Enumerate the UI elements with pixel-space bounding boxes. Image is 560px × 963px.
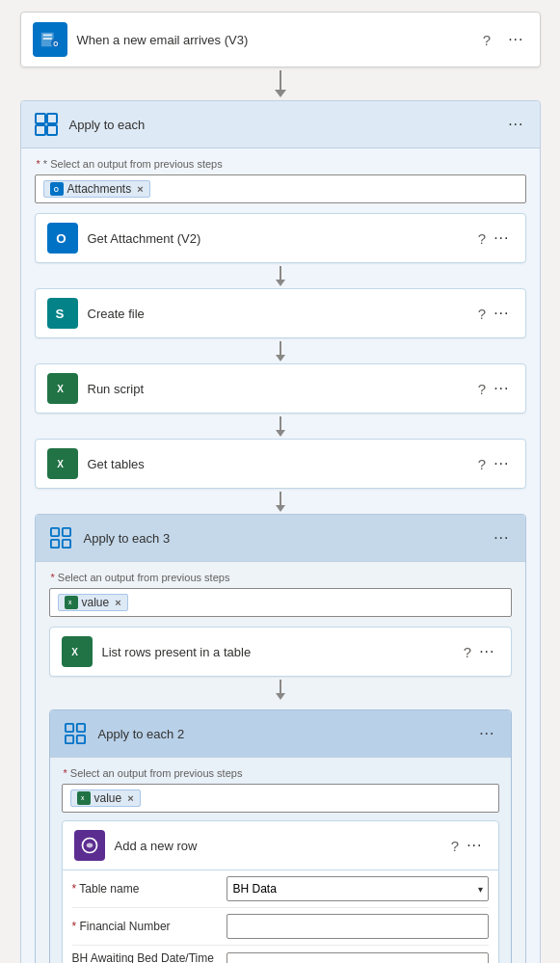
mini-arrow-2 — [35, 338, 526, 363]
awaiting-bed-input[interactable] — [227, 952, 489, 963]
outlook-svg: O — [40, 29, 61, 50]
list-rows-help[interactable]: ? — [460, 642, 475, 662]
scope-1-title: Apply to each — [69, 118, 505, 132]
scope-1-chip: O Attachments × — [43, 180, 150, 198]
scope-2-chip-input[interactable]: X value × — [62, 784, 499, 813]
table-name-select-wrap[interactable]: BH Data ▾ — [227, 876, 489, 901]
trigger-icon: O — [33, 22, 67, 57]
get-tables-more[interactable]: ··· — [490, 453, 513, 474]
scope-3-more-button[interactable]: ··· — [490, 527, 513, 548]
scope-1-steps: O Get Attachment (V2) ? ··· S — [35, 213, 526, 963]
svg-rect-2 — [42, 38, 51, 40]
scope-2-select-label: * Select an output from previous steps — [62, 767, 499, 779]
scope-1-chip-close[interactable]: × — [137, 183, 143, 195]
svg-rect-25 — [76, 724, 84, 732]
svg-rect-17 — [62, 528, 69, 536]
flow-container: O When a new email arrives (V3) ? ··· Ap… — [0, 0, 560, 963]
svg-text:X: X — [57, 384, 64, 394]
list-rows-icon: X — [62, 636, 93, 667]
scope-2-header: Apply to each 2 ··· — [50, 710, 511, 758]
trigger-help-button[interactable]: ? — [479, 30, 494, 50]
scope-2-chip-label: value — [94, 791, 122, 805]
create-file-card: S Create file ? ··· — [35, 288, 526, 338]
mini-arrow-3 — [35, 414, 526, 439]
list-rows-more[interactable]: ··· — [475, 641, 498, 662]
table-name-row: Table name BH Data ▾ — [72, 870, 489, 908]
get-attachment-card: O Get Attachment (V2) ? ··· — [35, 213, 526, 263]
scope-2-body: * Select an output from previous steps X — [50, 758, 511, 963]
svg-text:X: X — [57, 459, 64, 469]
svg-rect-24 — [65, 724, 72, 732]
scope-1-header: Apply to each ··· — [21, 101, 540, 148]
arrow-1 — [275, 67, 286, 100]
mini-arrow-4 — [35, 489, 526, 514]
get-tables-help[interactable]: ? — [474, 454, 490, 474]
svg-text:X: X — [71, 647, 78, 657]
get-attachment-help[interactable]: ? — [474, 228, 490, 249]
svg-rect-1 — [42, 35, 51, 37]
scope-3-chip-close[interactable]: × — [115, 597, 120, 608]
svg-text:O: O — [56, 231, 66, 246]
svg-rect-19 — [62, 540, 69, 548]
loop-icon-svg — [35, 113, 58, 136]
mini-arrow-5 — [49, 677, 512, 702]
svg-rect-27 — [76, 736, 84, 743]
scope-2-title: Apply to each 2 — [98, 727, 476, 741]
trigger-card: O When a new email arrives (V3) ? ··· — [20, 12, 541, 67]
scope-3-chip-label: value — [82, 596, 110, 609]
add-new-row-form: Table name BH Data ▾ — [63, 870, 498, 963]
svg-rect-16 — [50, 528, 58, 536]
svg-rect-8 — [47, 125, 57, 135]
add-new-row-help[interactable]: ? — [447, 836, 463, 856]
scope-1-more-button[interactable]: ··· — [504, 114, 527, 135]
add-new-row-card: Add a new row ? ··· T — [62, 820, 499, 963]
financial-number-input[interactable] — [227, 914, 489, 939]
get-tables-title: Get tables — [88, 457, 474, 471]
run-script-help[interactable]: ? — [474, 379, 490, 399]
apply-to-each-3: Apply to each 3 ··· * Select an output f… — [35, 514, 526, 963]
list-rows-title: List rows present in a table — [102, 645, 460, 659]
get-attachment-more[interactable]: ··· — [490, 227, 513, 249]
get-tables-icon: X — [47, 448, 78, 479]
add-new-row-header: Add a new row ? ··· — [63, 821, 498, 870]
svg-rect-18 — [50, 540, 58, 548]
svg-rect-7 — [36, 125, 45, 135]
scope-3-chip: X value × — [58, 594, 128, 611]
scope-3-chip-input[interactable]: X value × — [49, 588, 512, 617]
mini-arrow-1 — [35, 263, 526, 288]
scope-3-body: * Select an output from previous steps X — [36, 562, 525, 963]
add-new-row-more[interactable]: ··· — [463, 835, 486, 856]
get-tables-card: X Get tables ? ··· — [35, 439, 526, 489]
create-file-help[interactable]: ? — [474, 304, 490, 324]
table-name-select[interactable]: BH Data — [227, 876, 489, 901]
scope-2-chip: X value × — [70, 789, 141, 807]
arrow-head — [275, 90, 286, 97]
add-new-row-title: Add a new row — [115, 839, 447, 853]
create-file-title: Create file — [88, 307, 474, 321]
svg-rect-5 — [36, 114, 45, 123]
create-file-icon: S — [47, 298, 78, 329]
scope-2-chip-close[interactable]: × — [127, 792, 133, 804]
financial-number-label: Financial Number — [72, 920, 227, 933]
scope-2-more-button[interactable]: ··· — [475, 723, 498, 744]
run-script-icon: X — [47, 373, 78, 404]
svg-text:O: O — [53, 40, 58, 47]
add-new-row-icon — [74, 830, 105, 861]
apply-to-each-1: Apply to each ··· * * Select an output f… — [20, 100, 541, 963]
scope-1-icon — [33, 111, 60, 138]
run-script-title: Run script — [88, 382, 474, 396]
scope-1-chip-input[interactable]: O Attachments × — [35, 174, 526, 203]
trigger-actions: ? ··· — [479, 29, 528, 50]
scope-3-header: Apply to each 3 ··· — [36, 515, 525, 562]
financial-number-row: Financial Number — [72, 908, 489, 946]
run-script-more[interactable]: ··· — [490, 378, 513, 399]
scope-1-chip-icon: O — [50, 182, 64, 196]
create-file-more[interactable]: ··· — [490, 303, 513, 324]
trigger-more-button[interactable]: ··· — [504, 29, 527, 50]
scope-2-chip-icon: X — [77, 791, 91, 805]
awaiting-bed-row: BH Awaiting Bed Date/Time Requested — [72, 946, 489, 963]
scope-1-body: * * Select an output from previous steps… — [21, 148, 540, 963]
awaiting-bed-label: BH Awaiting Bed Date/Time Requested — [72, 951, 227, 963]
scope-1-chip-label: Attachments — [67, 182, 132, 196]
svg-rect-26 — [65, 736, 72, 743]
